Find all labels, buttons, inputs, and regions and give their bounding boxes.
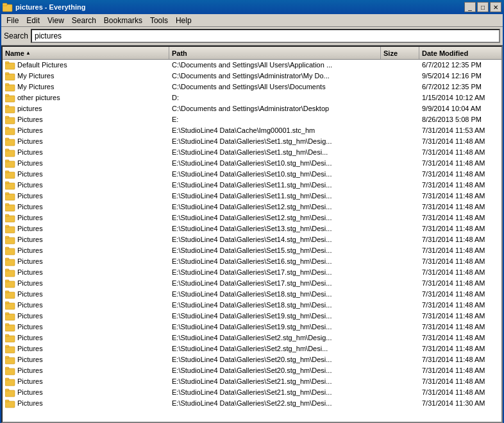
maximize-button[interactable]: □ — [477, 2, 489, 12]
row-name: pictures — [17, 103, 42, 114]
date-cell: 7/31/2014 11:48 AM — [419, 376, 501, 387]
search-input[interactable] — [31, 29, 500, 43]
close-button[interactable]: ✕ — [490, 2, 501, 12]
path-cell: D: — [169, 92, 381, 103]
table-row[interactable]: PicturesE:\StudioLine4 Data\Galleries\Se… — [3, 158, 501, 169]
table-body[interactable]: Default PicturesC:\Documents and Setting… — [3, 60, 501, 422]
col-header-date[interactable]: Date Modified — [419, 47, 501, 59]
table-row[interactable]: PicturesE:\StudioLine4 Data\Galleries\Se… — [3, 234, 501, 245]
table-row[interactable]: PicturesE:\StudioLine4 Data\Galleries\Se… — [3, 169, 501, 180]
size-cell — [381, 180, 419, 191]
svg-rect-3 — [5, 62, 9, 64]
size-cell — [381, 92, 419, 103]
table-row[interactable]: PicturesE:\StudioLine4 Data\Galleries\Se… — [3, 387, 501, 398]
svg-rect-25 — [5, 182, 9, 184]
date-cell: 1/15/2014 10:12 AM — [419, 92, 501, 103]
table-row[interactable]: PicturesE:\StudioLine4 Data\Galleries\Se… — [3, 311, 501, 322]
svg-rect-45 — [5, 291, 9, 293]
table-row[interactable]: PicturesE:\StudioLine4 Data\Galleries\Se… — [3, 245, 501, 256]
size-cell — [381, 256, 419, 267]
table-row[interactable]: PicturesE:\StudioLine4 Data\Galleries\Se… — [3, 354, 501, 365]
table-row[interactable]: other picturesD:1/15/2014 10:12 AM — [3, 92, 501, 103]
svg-rect-58 — [5, 368, 15, 375]
table-row[interactable]: PicturesE:\StudioLine4 Data\Galleries\Se… — [3, 136, 501, 147]
date-cell: 9/9/2014 10:04 AM — [419, 103, 501, 114]
table-row[interactable]: PicturesE:\StudioLine4 Data\Cache\Img000… — [3, 125, 501, 136]
row-name: Pictures — [17, 158, 43, 169]
col-header-size[interactable]: Size — [381, 47, 419, 59]
date-cell: 6/7/2012 12:35 PM — [419, 82, 501, 92]
path-cell: E:\StudioLine4 Data\Galleries\Set21.stg_… — [169, 387, 381, 398]
svg-rect-18 — [5, 150, 15, 157]
table-row[interactable]: PicturesE:\StudioLine4 Data\Galleries\Se… — [3, 289, 501, 300]
folder-icon — [5, 334, 15, 343]
name-cell: Pictures — [3, 278, 169, 289]
menu-file[interactable]: File — [3, 15, 22, 26]
folder-icon — [5, 268, 15, 277]
date-cell: 7/31/2014 11:48 AM — [419, 256, 501, 267]
menu-view[interactable]: View — [44, 15, 68, 26]
table-row[interactable]: PicturesE:\StudioLine4 Data\Galleries\Se… — [3, 300, 501, 311]
table-row[interactable]: Default PicturesC:\Documents and Setting… — [3, 60, 501, 71]
table-row[interactable]: PicturesE:\StudioLine4 Data\Galleries\Se… — [3, 267, 501, 278]
size-cell — [381, 60, 419, 71]
table-row[interactable]: PicturesE:\StudioLine4 Data\Galleries\Se… — [3, 376, 501, 387]
date-cell: 7/31/2014 11:48 AM — [419, 180, 501, 191]
svg-rect-47 — [5, 302, 9, 304]
name-cell: Pictures — [3, 169, 169, 180]
menu-edit[interactable]: Edit — [22, 15, 44, 26]
svg-rect-8 — [5, 96, 15, 102]
path-cell: E:\StudioLine4 Data\Galleries\Set21.stg_… — [169, 376, 381, 387]
table-row[interactable]: PicturesE:\StudioLine4 Data\Galleries\Se… — [3, 398, 501, 409]
folder-icon — [5, 301, 15, 310]
table-row[interactable]: PicturesE:8/26/2013 5:08 PM — [3, 114, 501, 125]
menu-search[interactable]: Search — [68, 15, 100, 26]
date-cell: 7/31/2014 11:48 AM — [419, 300, 501, 311]
table-row[interactable]: PicturesE:\StudioLine4 Data\Galleries\Se… — [3, 180, 501, 191]
table-row[interactable]: PicturesE:\StudioLine4 Data\Galleries\Se… — [3, 212, 501, 223]
date-cell: 6/7/2012 12:35 PM — [419, 60, 501, 71]
svg-rect-17 — [5, 138, 9, 140]
size-cell — [381, 234, 419, 245]
table-row[interactable]: My PicturesC:\Documents and Settings\Adm… — [3, 71, 501, 82]
path-cell: E:\StudioLine4 Data\Galleries\Set1.stg_h… — [169, 147, 381, 158]
table-row[interactable]: picturesC:\Documents and Settings\Admini… — [3, 103, 501, 114]
title-text: pictures - Everything — [15, 3, 85, 11]
table-row[interactable]: PicturesE:\StudioLine4 Data\Galleries\Se… — [3, 223, 501, 234]
table-row[interactable]: PicturesE:\StudioLine4 Data\Galleries\Se… — [3, 278, 501, 289]
svg-rect-60 — [5, 379, 15, 386]
title-bar-left: pictures - Everything — [3, 2, 85, 12]
table-row[interactable]: PicturesE:\StudioLine4 Data\Galleries\Se… — [3, 322, 501, 332]
col-header-path[interactable]: Path — [169, 47, 381, 59]
size-cell — [381, 212, 419, 223]
svg-rect-56 — [5, 358, 15, 364]
row-name: Pictures — [17, 365, 43, 376]
col-header-name[interactable]: Name ▲ — [3, 47, 169, 59]
date-cell: 7/31/2014 11:48 AM — [419, 387, 501, 398]
table-row[interactable]: PicturesE:\StudioLine4 Data\Galleries\Se… — [3, 191, 501, 202]
svg-rect-28 — [5, 205, 15, 211]
table-row[interactable]: PicturesE:\StudioLine4 Data\Galleries\Se… — [3, 332, 501, 343]
table-row[interactable]: My PicturesC:\Documents and Settings\All… — [3, 82, 501, 92]
table-row[interactable]: PicturesE:\StudioLine4 Data\Galleries\Se… — [3, 256, 501, 267]
menu-bookmarks[interactable]: Bookmarks — [100, 15, 146, 26]
table-row[interactable]: PicturesE:\StudioLine4 Data\Galleries\Se… — [3, 343, 501, 354]
search-label: Search — [4, 31, 28, 40]
svg-rect-52 — [5, 336, 15, 342]
path-cell: C:\Documents and Settings\All Users\Appl… — [169, 60, 381, 71]
path-cell: E: — [169, 114, 381, 125]
table-row[interactable]: PicturesE:\StudioLine4 Data\Galleries\Se… — [3, 202, 501, 212]
menu-bar: File Edit View Search Bookmarks Tools He… — [1, 14, 503, 27]
table-row[interactable]: PicturesE:\StudioLine4 Data\Galleries\Se… — [3, 365, 501, 376]
table-row[interactable]: PicturesE:\StudioLine4 Data\Galleries\Se… — [3, 147, 501, 158]
minimize-button[interactable]: _ — [464, 2, 476, 12]
menu-help[interactable]: Help — [172, 15, 196, 26]
size-cell — [381, 136, 419, 147]
path-cell: E:\StudioLine4 Data\Galleries\Set15.stg_… — [169, 245, 381, 256]
svg-rect-33 — [5, 225, 9, 227]
row-name: My Pictures — [17, 82, 54, 92]
name-cell: Pictures — [3, 191, 169, 202]
menu-tools[interactable]: Tools — [146, 15, 172, 26]
name-cell: Pictures — [3, 354, 169, 365]
folder-icon — [5, 345, 15, 354]
